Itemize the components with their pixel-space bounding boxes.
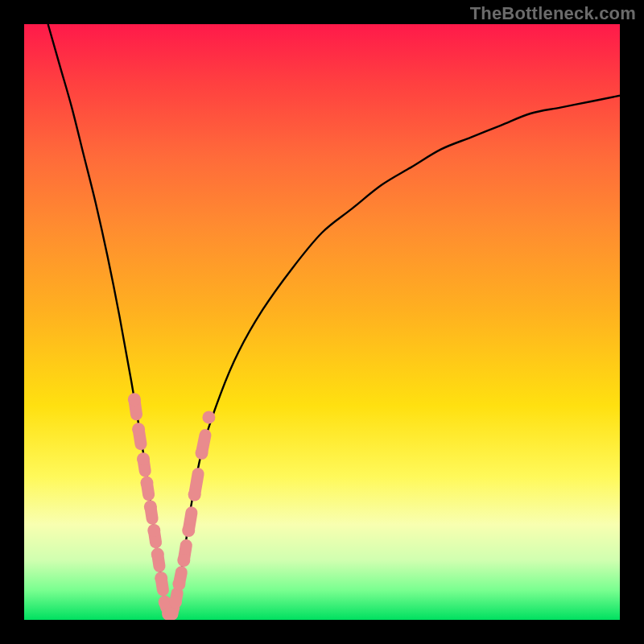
bottleneck-curve-line xyxy=(48,24,620,618)
highlight-marker xyxy=(128,393,141,406)
bottleneck-chart-svg xyxy=(24,24,620,620)
highlight-marker xyxy=(144,500,157,513)
highlight-marker xyxy=(172,578,185,591)
highlight-marker xyxy=(188,489,201,502)
highlight-marker xyxy=(147,524,160,537)
highlight-marker xyxy=(151,548,164,561)
highlight-marker xyxy=(202,411,215,423)
highlight-marker xyxy=(196,447,208,460)
highlight-markers-group xyxy=(128,393,216,620)
highlight-marker xyxy=(140,477,153,489)
highlight-marker xyxy=(166,608,179,620)
highlight-marker xyxy=(169,596,182,609)
chart-plot-area xyxy=(24,24,620,620)
highlight-marker xyxy=(155,572,167,584)
watermark-text: TheBottleneck.com xyxy=(470,3,636,24)
highlight-marker xyxy=(137,452,150,465)
highlight-marker xyxy=(182,524,195,537)
highlight-marker xyxy=(132,423,145,436)
highlight-marker xyxy=(177,554,190,567)
